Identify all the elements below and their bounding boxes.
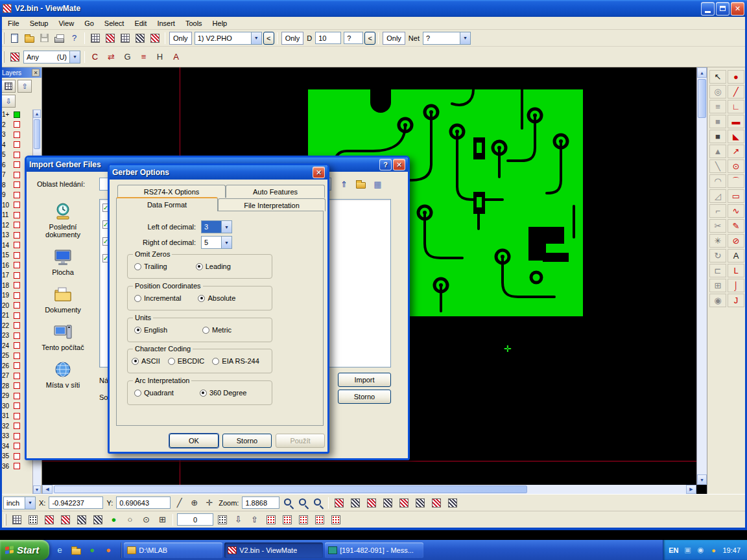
dropdown-arrow-icon[interactable]: ▼: [221, 237, 231, 248]
highlight-icon[interactable]: ◎: [709, 85, 726, 99]
l-bend-icon[interactable]: L: [728, 264, 744, 277]
film-table-icon[interactable]: [132, 31, 147, 45]
layer-table-button[interactable]: [1, 80, 16, 93]
y-coordinate-field[interactable]: 0.690643: [116, 496, 171, 509]
radio-english[interactable]: English: [134, 326, 167, 334]
dcode-value-field[interactable]: 10: [315, 32, 341, 44]
level-icon[interactable]: ⌡: [728, 279, 744, 292]
triangle-draw-icon[interactable]: ◣: [728, 130, 744, 143]
taskbar-button[interactable]: [191-482-091] - Mess...: [325, 542, 423, 558]
open-file-icon[interactable]: [22, 31, 37, 45]
text-icon[interactable]: A: [169, 50, 184, 64]
arc-draw-icon[interactable]: ⌒: [728, 174, 744, 188]
red-dot-table-icon-2[interactable]: [279, 513, 294, 527]
taskbar-button[interactable]: D:\MLAB: [124, 542, 222, 558]
h-command-icon[interactable]: H: [152, 50, 167, 64]
apertures-table-icon[interactable]: [364, 496, 379, 510]
menu-setup[interactable]: Setup: [25, 18, 54, 29]
radio-metric[interactable]: Metric: [202, 326, 231, 334]
place-desktop[interactable]: Plocha: [32, 247, 94, 276]
messenger-tray-icon[interactable]: ●: [708, 545, 718, 555]
step-icon[interactable]: ⌐: [709, 204, 726, 218]
up-one-level-icon[interactable]: ⇑: [337, 177, 351, 191]
red-table-icon-2[interactable]: [58, 513, 73, 527]
menu-insert[interactable]: Insert: [152, 18, 180, 29]
volume-tray-icon[interactable]: ◉: [695, 545, 706, 555]
coarse-grid-icon[interactable]: [25, 513, 40, 527]
corner-draw-icon[interactable]: ∟: [728, 100, 744, 113]
mirror-icon[interactable]: ▲: [709, 145, 726, 158]
pad-flash-icon[interactable]: ●: [728, 70, 744, 84]
menu-tools[interactable]: Tools: [180, 18, 208, 29]
layer-row-36[interactable]: 36: [0, 461, 32, 472]
dcode-query-field[interactable]: ?: [344, 32, 363, 44]
radio-eia-rs244[interactable]: EIA RS-244: [212, 357, 259, 365]
anchor-down-icon[interactable]: ⇩: [231, 513, 246, 527]
dot-matrix-icon[interactable]: [215, 513, 230, 527]
dark-table-icon-2[interactable]: [90, 513, 105, 527]
net-list-icon[interactable]: ≡: [709, 100, 726, 113]
scroll-up-icon[interactable]: ▲: [33, 110, 41, 118]
menu-edit[interactable]: Edit: [129, 18, 152, 29]
c-command-icon[interactable]: C: [88, 50, 102, 64]
probe-circle-icon[interactable]: ⊙: [139, 513, 154, 527]
prev-layer-button[interactable]: <: [263, 32, 274, 45]
tab-auto-features[interactable]: Auto Features: [226, 185, 325, 198]
scroll-up-icon[interactable]: ▲: [697, 67, 707, 78]
grid-table-icon[interactable]: ⊞: [155, 513, 170, 527]
scroll-right-icon[interactable]: ▶: [686, 485, 696, 494]
pencil-icon[interactable]: ✎: [728, 219, 744, 233]
print-icon[interactable]: [52, 31, 67, 45]
net-combo[interactable]: ? ▼: [423, 32, 471, 45]
g-command-icon[interactable]: G: [120, 50, 135, 64]
canvas-vscrollbar[interactable]: ▲ ▼: [696, 67, 707, 485]
tab-data-format[interactable]: Data Format: [116, 197, 218, 211]
circle-tool-icon[interactable]: ○: [123, 513, 137, 527]
crosshair-icon[interactable]: ✛: [202, 496, 217, 510]
films-table-icon[interactable]: [331, 496, 346, 510]
red-dot-table-icon-4[interactable]: [312, 513, 327, 527]
scrollbar-thumb[interactable]: [34, 119, 40, 149]
zoom-in-icon[interactable]: [281, 496, 296, 510]
match-icon[interactable]: ≡: [136, 50, 151, 64]
line-draw-icon[interactable]: ╱: [728, 85, 744, 99]
x-coordinate-field[interactable]: -0.942237: [49, 496, 103, 509]
unit-combo[interactable]: inch ▼: [3, 496, 36, 509]
language-indicator[interactable]: EN: [669, 546, 678, 554]
layer-down-button[interactable]: ⇩: [1, 95, 16, 108]
slope-icon[interactable]: ╲: [709, 159, 726, 173]
dropdown-arrow-icon[interactable]: ▼: [221, 221, 231, 233]
fine-grid-icon[interactable]: [9, 513, 24, 527]
swap-icon[interactable]: ⇄: [104, 50, 119, 64]
pads-table-icon[interactable]: [429, 496, 444, 510]
menu-select[interactable]: Select: [99, 18, 130, 29]
select-filter-icon[interactable]: [7, 50, 22, 64]
scroll-left-icon[interactable]: ◀: [42, 485, 53, 494]
close-button[interactable]: ✕: [313, 167, 325, 178]
view-menu-icon[interactable]: ▦: [370, 177, 385, 191]
place-documents[interactable]: Dokumenty: [32, 285, 94, 314]
layer-row-2[interactable]: 2: [0, 120, 32, 130]
filled-rect-icon[interactable]: ■: [709, 115, 726, 128]
rect-draw-icon[interactable]: ▬: [728, 115, 744, 128]
dark-square-icon[interactable]: ■: [709, 130, 726, 143]
red-dot-table-icon-1[interactable]: [263, 513, 278, 527]
only-dcode-toggle[interactable]: Only: [281, 32, 304, 45]
menu-view[interactable]: View: [53, 18, 79, 29]
target-icon[interactable]: ◉: [709, 294, 726, 307]
vector-arrow-icon[interactable]: ↗: [728, 145, 744, 158]
radio-quadrant[interactable]: Quadrant: [134, 389, 174, 397]
selection-filter-combo[interactable]: Any (U) ▼: [23, 51, 80, 64]
dcodes-table-icon[interactable]: [348, 496, 362, 510]
new-folder-icon[interactable]: [353, 177, 368, 191]
layer-up-button[interactable]: ⇧: [18, 80, 32, 93]
restore-button[interactable]: [716, 2, 729, 16]
tab-rs274x-options[interactable]: RS274-X Options: [117, 185, 226, 198]
save-icon[interactable]: [37, 31, 52, 45]
storno-button[interactable]: Storno: [338, 390, 391, 404]
select-arrow-icon[interactable]: ↖: [709, 70, 726, 84]
apply-button[interactable]: Použít: [276, 434, 325, 448]
origin-target-icon[interactable]: ⊕: [187, 496, 202, 510]
ok-button[interactable]: OK: [169, 434, 219, 448]
dropdown-arrow-icon[interactable]: ▼: [69, 51, 80, 63]
